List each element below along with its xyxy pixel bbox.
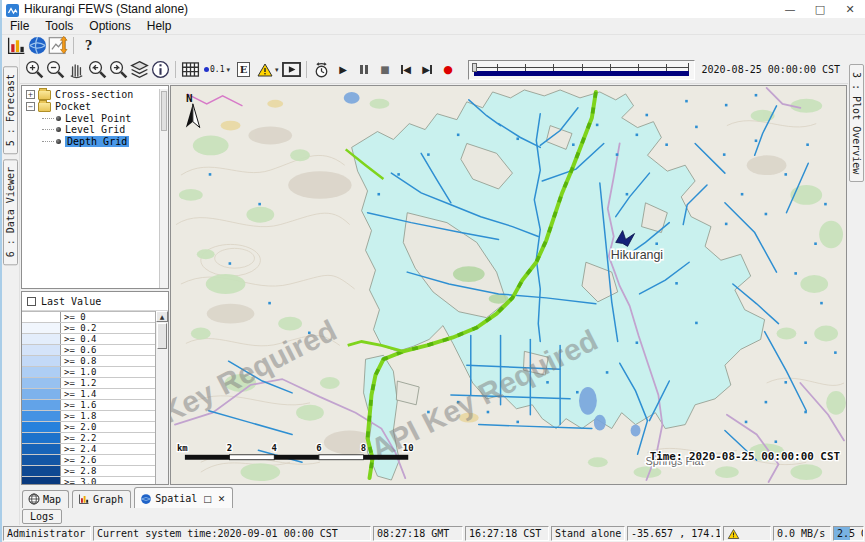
info-icon[interactable] — [150, 59, 171, 80]
close-button[interactable]: ✕ — [835, 0, 865, 18]
current-time-label: 2020-08-25 00:00:00 CST — [702, 64, 840, 75]
map-view[interactable]: API Key Required API Key Required Hikura… — [170, 85, 847, 485]
movie-player-icon[interactable] — [281, 59, 302, 80]
last-value-checkbox[interactable] — [27, 297, 36, 306]
spatial-display-icon[interactable] — [27, 35, 48, 56]
logs-row: Logs — [20, 508, 848, 525]
legend-row[interactable]: >= 1.0 — [22, 367, 155, 378]
tab-forecast[interactable]: 5 : Forecast — [3, 66, 18, 154]
minimize-button[interactable]: — — [775, 0, 805, 18]
legend-row[interactable]: >= 0.8 — [22, 356, 155, 367]
window-title: Hikurangi FEWS (Stand alone) — [24, 2, 188, 16]
last-value-label: Last Value — [41, 296, 101, 307]
legend-row[interactable]: >= 2.8 — [22, 466, 155, 477]
map-toolbar: 0.1 ▾ E ▾ ▶ ■ — [20, 56, 848, 84]
status-system-time: Current system time:2020-09-01 00:00 CST — [93, 526, 371, 541]
legend-swatch — [22, 400, 60, 410]
tab-graph[interactable]: Graph — [72, 490, 131, 508]
legend-swatch — [22, 466, 60, 476]
legend-row[interactable]: >= 2.0 — [22, 422, 155, 433]
tab-spatial[interactable]: Spatial □ ✕ — [134, 487, 233, 508]
zoom-out-icon[interactable] — [45, 59, 66, 80]
legend-row[interactable]: >= 0.2 — [22, 323, 155, 334]
pause-button[interactable] — [353, 59, 374, 80]
collapse-icon[interactable]: − — [26, 102, 35, 111]
legend-row[interactable]: >= 0.6 — [22, 345, 155, 356]
legend-swatch — [22, 477, 60, 485]
status-memory: 2.5 GB — [833, 526, 864, 541]
next-frame-button[interactable]: ▶ — [416, 59, 437, 80]
tab-maximize-icon[interactable]: □ — [203, 494, 212, 504]
svg-text:6: 6 — [316, 443, 321, 453]
tab-map[interactable]: Map — [22, 490, 69, 508]
legend-row[interactable]: >= 1.2 — [22, 378, 155, 389]
tree-item-pocket[interactable]: − Pocket — [26, 101, 159, 113]
logs-button[interactable]: Logs — [22, 509, 62, 524]
status-bar: Administrator Current system time:2020-0… — [2, 525, 865, 542]
previous-frame-button[interactable]: ◀ — [395, 59, 416, 80]
legend-row[interactable]: >= 0 — [22, 312, 155, 323]
adjust-time-icon[interactable] — [311, 59, 332, 80]
legend-row[interactable]: >= 3.0 — [22, 477, 155, 485]
tab-data-viewer[interactable]: 6 : Data Viewer — [3, 159, 18, 265]
svg-text:4: 4 — [272, 443, 277, 453]
bottom-tab-bar: Map Graph Spatial □ ✕ — [20, 486, 848, 508]
legend-row[interactable]: >= 1.8 — [22, 411, 155, 422]
warning-dropdown[interactable]: ▾ — [254, 59, 282, 80]
status-download-speed: 0.0 MB/s — [773, 526, 831, 541]
expand-icon[interactable]: + — [26, 90, 35, 99]
tree-scrollbar[interactable] — [159, 89, 168, 288]
grid-icon[interactable] — [180, 59, 201, 80]
play-button[interactable]: ▶ — [332, 59, 353, 80]
menu-help[interactable]: Help — [139, 19, 180, 33]
legend-row[interactable]: >= 2.6 — [22, 455, 155, 466]
main-toolbar: ? — [2, 35, 865, 56]
zoom-previous-icon[interactable] — [87, 59, 108, 80]
tree-item-level-grid[interactable]: Level Grid — [42, 124, 159, 136]
legend-swatch — [22, 334, 60, 344]
menu-tools[interactable]: Tools — [37, 19, 81, 33]
database-display-icon[interactable] — [6, 35, 27, 56]
pan-hand-icon[interactable] — [66, 59, 87, 80]
tab-plot-overview[interactable]: 3 : Plot Overview — [849, 64, 864, 182]
legend-row[interactable]: >= 0.4 — [22, 334, 155, 345]
help-icon[interactable]: ? — [78, 35, 99, 56]
legend-swatch — [22, 389, 60, 399]
svg-text:8: 8 — [361, 443, 366, 453]
tree-item-depth-grid[interactable]: Depth Grid — [42, 136, 159, 148]
zoom-next-icon[interactable] — [108, 59, 129, 80]
status-warning[interactable] — [723, 526, 771, 541]
threshold-dropdown[interactable]: 0.1 ▾ — [201, 59, 233, 80]
legend-swatch — [22, 345, 60, 355]
legend-row[interactable]: >= 1.6 — [22, 400, 155, 411]
left-tab-strip: 5 : Forecast 6 : Data Viewer — [2, 56, 20, 525]
maximize-button[interactable]: □ — [805, 0, 835, 18]
legend-toggle-icon[interactable]: E — [233, 59, 254, 80]
scroll-up-icon[interactable]: ▲ — [156, 311, 168, 322]
scrollbar-thumb[interactable] — [157, 323, 167, 349]
chevron-down-icon: ▾ — [275, 66, 279, 74]
timeseries-display-icon[interactable] — [48, 35, 69, 56]
status-coordinates: -35.657 , 174.199 — [627, 526, 721, 541]
menu-file[interactable]: File — [2, 19, 37, 33]
layers-icon[interactable] — [129, 59, 150, 80]
zoom-in-icon[interactable] — [24, 59, 45, 80]
timeline-handle[interactable] — [472, 63, 477, 72]
legend-row[interactable]: >= 2.4 — [22, 444, 155, 455]
map-time-label: Time: 2020-08-25 00:00:00 CST — [650, 450, 841, 463]
legend-swatch — [22, 356, 60, 366]
right-tab-strip: 3 : Plot Overview — [848, 56, 865, 525]
record-button[interactable]: ● — [437, 59, 458, 80]
legend-scrollbar[interactable]: ▲ ▼ — [155, 311, 168, 485]
legend-row[interactable]: >= 1.4 — [22, 389, 155, 400]
menu-options[interactable]: Options — [81, 19, 138, 33]
legend-row[interactable]: >= 2.2 — [22, 433, 155, 444]
tree-item-level-point[interactable]: Level Point — [42, 112, 159, 124]
status-gmt-time: 08:27:18 GMT — [373, 526, 463, 541]
layer-tree: + Cross-section − Pocket — [21, 85, 169, 289]
time-slider[interactable] — [468, 60, 694, 80]
stop-button[interactable]: ■ — [374, 59, 395, 80]
legend-rows: >= 0 >= 0.2 >= 0.4 >= 0.6 >= 0.8 >= 1.0 … — [22, 311, 155, 485]
tab-close-icon[interactable]: ✕ — [218, 494, 226, 504]
map-canvas[interactable]: API Key Required API Key Required Hikura… — [171, 86, 846, 484]
